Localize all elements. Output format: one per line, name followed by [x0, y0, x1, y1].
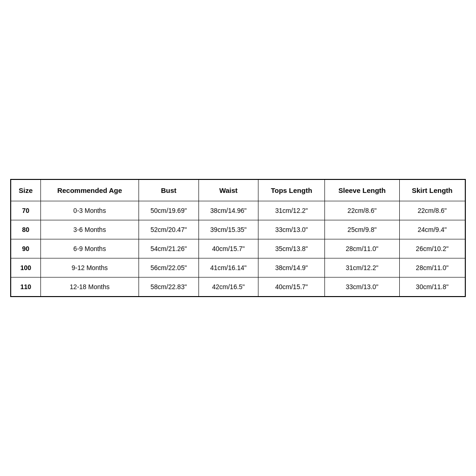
table-cell-r0-c5: 22cm/8.6" — [325, 201, 399, 220]
column-header-2: Bust — [139, 179, 199, 201]
table-cell-r4-c1: 12-18 Months — [40, 278, 139, 297]
table-cell-r0-c6: 22cm/8.6" — [399, 201, 465, 220]
table-cell-r1-c1: 3-6 Months — [40, 220, 139, 239]
table-cell-r1-c3: 39cm/15.35" — [198, 220, 258, 239]
table-cell-r4-c3: 42cm/16.5" — [198, 278, 258, 297]
column-header-6: Skirt Length — [399, 179, 465, 201]
column-header-4: Tops Length — [258, 179, 325, 201]
table-cell-r1-c4: 33cm/13.0" — [258, 220, 325, 239]
table-cell-r0-c1: 0-3 Months — [40, 201, 139, 220]
table-cell-r1-c2: 52cm/20.47" — [139, 220, 199, 239]
table-cell-r4-c4: 40cm/15.7" — [258, 278, 325, 297]
column-header-3: Waist — [198, 179, 258, 201]
size-chart-table: SizeRecommended AgeBustWaistTops LengthS… — [10, 179, 466, 297]
table-cell-r0-c0: 70 — [11, 201, 40, 220]
table-cell-r1-c6: 24cm/9.4" — [399, 220, 465, 239]
table-cell-r1-c5: 25cm/9.8" — [325, 220, 399, 239]
table-row: 1009-12 Months56cm/22.05"41cm/16.14"38cm… — [11, 258, 465, 278]
table-cell-r1-c0: 80 — [11, 220, 40, 239]
column-header-1: Recommended Age — [40, 179, 139, 201]
table-cell-r3-c4: 38cm/14.9" — [258, 258, 325, 278]
table-cell-r4-c2: 58cm/22.83" — [139, 278, 199, 297]
table-cell-r2-c0: 90 — [11, 239, 40, 258]
table-cell-r0-c4: 31cm/12.2" — [258, 201, 325, 220]
table-cell-r3-c0: 100 — [11, 258, 40, 278]
table-row: 906-9 Months54cm/21.26"40cm/15.7"35cm/13… — [11, 239, 465, 258]
table-cell-r2-c2: 54cm/21.26" — [139, 239, 199, 258]
table-row: 700-3 Months50cm/19.69"38cm/14.96"31cm/1… — [11, 201, 465, 220]
table-row: 11012-18 Months58cm/22.83"42cm/16.5"40cm… — [11, 278, 465, 297]
table-cell-r2-c4: 35cm/13.8" — [258, 239, 325, 258]
table-cell-r4-c0: 110 — [11, 278, 40, 297]
table-body: 700-3 Months50cm/19.69"38cm/14.96"31cm/1… — [11, 201, 465, 297]
table-cell-r2-c6: 26cm/10.2" — [399, 239, 465, 258]
column-header-5: Sleeve Length — [325, 179, 399, 201]
column-header-0: Size — [11, 179, 40, 201]
table-cell-r3-c6: 28cm/11.0" — [399, 258, 465, 278]
table-header-row: SizeRecommended AgeBustWaistTops LengthS… — [11, 179, 465, 201]
table-cell-r0-c2: 50cm/19.69" — [139, 201, 199, 220]
table-cell-r3-c3: 41cm/16.14" — [198, 258, 258, 278]
table-cell-r0-c3: 38cm/14.96" — [198, 201, 258, 220]
table-cell-r4-c6: 30cm/11.8" — [399, 278, 465, 297]
table-cell-r2-c3: 40cm/15.7" — [198, 239, 258, 258]
table-row: 803-6 Months52cm/20.47"39cm/15.35"33cm/1… — [11, 220, 465, 239]
table-cell-r2-c1: 6-9 Months — [40, 239, 139, 258]
table-cell-r4-c5: 33cm/13.0" — [325, 278, 399, 297]
table-cell-r3-c2: 56cm/22.05" — [139, 258, 199, 278]
size-chart-container: SizeRecommended AgeBustWaistTops LengthS… — [10, 179, 466, 297]
table-cell-r2-c5: 28cm/11.0" — [325, 239, 399, 258]
table-cell-r3-c5: 31cm/12.2" — [325, 258, 399, 278]
table-cell-r3-c1: 9-12 Months — [40, 258, 139, 278]
